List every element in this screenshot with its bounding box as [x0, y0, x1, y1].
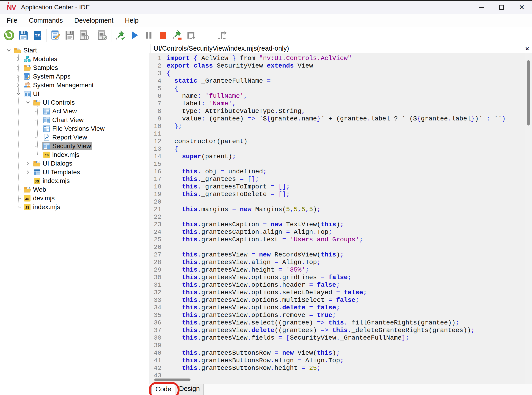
- tree-item-ui-dialogs[interactable]: UI Dialogs: [25, 159, 73, 168]
- line-number: 13: [149, 145, 164, 153]
- code-line: 43: [149, 372, 525, 379]
- minimize-button[interactable]: [471, 1, 491, 14]
- tree-item-file-versions-view[interactable]: File Versions View: [35, 124, 106, 133]
- menu-item-help[interactable]: Help: [121, 15, 143, 26]
- tree-item-label: UI Controls: [43, 99, 75, 106]
- view-icon: [43, 125, 50, 132]
- code-line: 3{: [149, 70, 525, 77]
- step-over-button[interactable]: [184, 28, 198, 42]
- tab-code[interactable]: Code: [151, 384, 175, 395]
- code-line-text: this._grantees = [];: [164, 176, 259, 183]
- tree-item-content: UI Templates: [33, 168, 81, 176]
- refresh-button[interactable]: [2, 28, 16, 42]
- tree-item-dev-mjs[interactable]: JSdev.mjs: [15, 194, 56, 203]
- tree-item-content: JSindex.mjs: [33, 177, 71, 185]
- edit-script-button[interactable]: [49, 28, 63, 42]
- tree-item-samples[interactable]: Samples: [15, 63, 59, 72]
- script-restore-icon: [79, 30, 90, 41]
- code-line-text: this.granteesView.fields = [SecurityView…: [164, 334, 409, 342]
- code-line-text: super(parent);: [164, 153, 236, 160]
- tree-item-chart-view[interactable]: Chart View: [35, 116, 85, 124]
- tree-item-index-mjs[interactable]: JSindex.mjs: [15, 203, 62, 211]
- menu-bar: FileCommandsDevelopmentHelp: [0, 14, 532, 27]
- line-number: 29: [149, 266, 164, 274]
- code-line-text: [164, 130, 167, 138]
- line-number: 33: [149, 296, 164, 304]
- svg-text:TS: TS: [35, 33, 40, 38]
- code-editor[interactable]: 1import { AclView } from "nv:UI.Controls…: [149, 53, 532, 384]
- run-button[interactable]: [128, 28, 142, 42]
- code-line: 6 name: 'fullName',: [149, 92, 525, 100]
- tree-item-label: UI Dialogs: [43, 160, 72, 167]
- tree-item-start[interactable]: Start: [6, 46, 38, 55]
- document-tab[interactable]: UI/Controls/SecurityView/index.mjs(read-…: [151, 44, 292, 53]
- tree-item-label: index.mjs: [43, 177, 70, 185]
- save-blue-button[interactable]: [16, 28, 30, 42]
- code-line-text: this.granteesButtonsRow = new View(this)…: [164, 349, 340, 357]
- tree-item-report-view[interactable]: Report View: [35, 133, 89, 142]
- js-icon: JS: [24, 195, 31, 202]
- tree-item-security-view[interactable]: Security View: [35, 142, 92, 150]
- toolbar: TS: [0, 27, 532, 44]
- line-number: 34: [149, 304, 164, 311]
- document-close-icon[interactable]: ×: [525, 46, 529, 52]
- folder-icon: [33, 99, 41, 106]
- report-icon: [43, 134, 50, 141]
- code-line-text: this.granteesView.options.delete = false…: [164, 304, 340, 311]
- pause-button[interactable]: [142, 28, 156, 42]
- close-button[interactable]: ✕: [512, 1, 532, 14]
- code-line: 8 type: AttributeValueType.String,: [149, 107, 525, 115]
- tree-item-label: System Management: [33, 82, 94, 89]
- line-number: 39: [149, 342, 164, 349]
- view-icon: [43, 108, 50, 115]
- vertical-scrollbar-thumb[interactable]: [527, 60, 530, 126]
- tree-guide-line: [28, 97, 28, 181]
- tree-item-content: Samples: [23, 64, 59, 72]
- tree-item-ui-controls[interactable]: UI Controls: [25, 98, 76, 107]
- code-line-text: this.granteesView.options.header = false…: [164, 281, 340, 289]
- step-out-button[interactable]: [214, 28, 229, 42]
- pause-icon: [144, 30, 154, 41]
- tab-design[interactable]: Design: [175, 384, 204, 395]
- vertical-scrollbar[interactable]: [525, 53, 532, 384]
- tree-item-ui[interactable]: UI: [15, 89, 41, 98]
- tree-item-acl-view[interactable]: Acl View: [35, 107, 78, 116]
- code-line-text: this._granteesToDelete = [];: [164, 191, 290, 198]
- menu-item-development[interactable]: Development: [70, 15, 118, 26]
- tree-item-index-mjs[interactable]: JSindex.mjs: [35, 150, 81, 159]
- horizontal-scrollbar-thumb[interactable]: [154, 379, 190, 381]
- menu-item-file[interactable]: File: [3, 15, 22, 26]
- line-number: 6: [149, 92, 164, 100]
- code-line: 38 this.granteesView.fields = [SecurityV…: [149, 334, 525, 342]
- code-line-text: label: 'Name',: [164, 100, 236, 107]
- tree-item-system-management[interactable]: System Management: [15, 81, 95, 89]
- save-gray-button[interactable]: [63, 28, 77, 42]
- code-line-text: this.granteesView.align = Align.Top;: [164, 258, 321, 266]
- pin-check-button[interactable]: [113, 28, 128, 42]
- view-icon: [43, 143, 50, 150]
- line-number: 37: [149, 327, 164, 334]
- maximize-button[interactable]: [491, 1, 512, 14]
- tree-item-label: index.mjs: [52, 151, 79, 159]
- tree-item-index-mjs[interactable]: JSindex.mjs: [25, 176, 71, 185]
- save-blue-icon: [18, 30, 29, 41]
- chevron-down-icon[interactable]: [6, 47, 12, 53]
- tree-item-system-apps[interactable]: System Apps: [15, 72, 72, 81]
- ui-window-icon: [24, 90, 31, 98]
- code-lines: 1import { AclView } from "nv:UI.Controls…: [149, 53, 525, 384]
- menu-item-commands[interactable]: Commands: [25, 15, 67, 26]
- code-line-text: this.granteesCaption.text = 'Users and G…: [164, 236, 363, 243]
- code-line-text: this.granteesCaption = new TextView(this…: [164, 221, 344, 228]
- tree-item-content: UI: [23, 90, 41, 98]
- tree-item-label: Samples: [33, 64, 58, 71]
- pin-break-button[interactable]: [170, 28, 184, 42]
- script-check-button[interactable]: [95, 28, 109, 42]
- stop-button[interactable]: [156, 28, 170, 42]
- line-number: 42: [149, 364, 164, 372]
- tree-item-ui-templates[interactable]: UI Templates: [25, 168, 81, 176]
- tree-item-modules[interactable]: Modules: [15, 55, 59, 63]
- line-number: 7: [149, 100, 164, 107]
- script-restore-button[interactable]: [77, 28, 91, 42]
- tree-item-content: System Management: [23, 81, 95, 89]
- typescript-button[interactable]: TS: [30, 28, 45, 42]
